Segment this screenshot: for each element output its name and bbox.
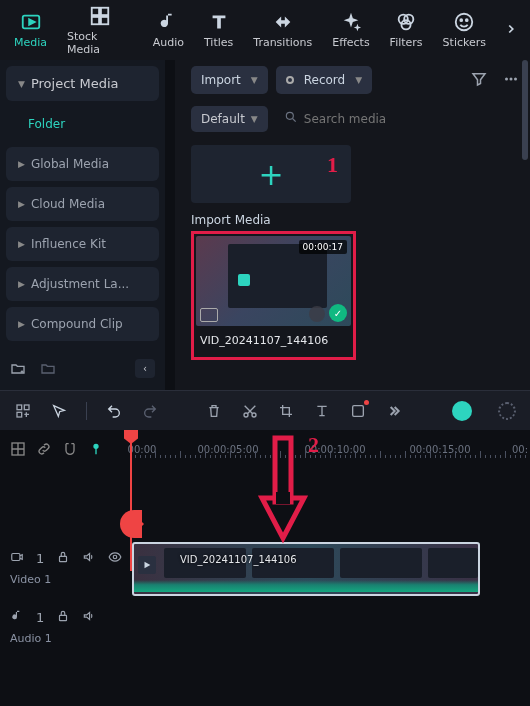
import-media-label: Import Media (191, 213, 520, 227)
timeline-ruler-row: 00:00 00:00:05:00 00:00:10:00 00:00:15:0… (0, 430, 530, 470)
sidebar-item-cloud-media[interactable]: ▶Cloud Media (6, 187, 159, 221)
tab-label: Effects (332, 36, 369, 49)
mute-icon[interactable] (82, 550, 96, 567)
tab-media[interactable]: Media (4, 5, 57, 55)
redo-icon[interactable] (141, 402, 159, 420)
keyframe-icon[interactable] (349, 402, 367, 420)
snap-icon[interactable] (62, 441, 78, 460)
svg-rect-18 (17, 412, 22, 417)
svg-rect-3 (101, 7, 108, 14)
delete-icon[interactable] (205, 402, 223, 420)
sidebar-project-media[interactable]: ▼ Project Media (6, 66, 159, 101)
tabs-scroll-right[interactable] (496, 14, 526, 47)
svg-marker-27 (145, 562, 151, 569)
track-audio-1: 1 Audio 1 (0, 602, 530, 652)
stickers-icon (453, 11, 475, 33)
import-dropdown[interactable]: Import ▼ (191, 66, 268, 94)
svg-rect-4 (92, 16, 99, 23)
tab-label: Stock Media (67, 30, 133, 56)
import-media-tile[interactable]: + (191, 145, 351, 203)
more-icon[interactable] (502, 70, 520, 91)
tab-effects[interactable]: Effects (322, 5, 379, 55)
svg-point-14 (514, 77, 517, 80)
tick-label: 00: (512, 444, 528, 455)
collapse-sidebar-button[interactable]: ‹ (135, 359, 155, 378)
svg-rect-21 (353, 405, 364, 416)
tab-titles[interactable]: Titles (194, 5, 243, 55)
tab-stock-media[interactable]: Stock Media (57, 0, 143, 62)
track-count: 1 (36, 551, 44, 566)
svg-point-12 (505, 77, 508, 80)
sidebar-item-compound-clip[interactable]: ▶Compound Clip (6, 307, 159, 341)
tick-label: 00:00:10:00 (304, 444, 365, 455)
search-box[interactable] (276, 104, 520, 133)
tab-audio[interactable]: Audio (143, 5, 194, 55)
sidebar: ▼ Project Media Folder ▶Global Media ▶Cl… (0, 60, 165, 390)
timeline-ruler[interactable]: 00:00 00:00:05:00 00:00:10:00 00:00:15:0… (130, 430, 530, 470)
scissors-icon[interactable] (241, 402, 259, 420)
sort-default-dropdown[interactable]: Default ▼ (191, 106, 268, 132)
svg-rect-2 (92, 7, 99, 14)
svg-marker-1 (29, 19, 35, 25)
media-item[interactable]: 00:00:17 ✓ VID_20241107_144106 (191, 231, 356, 360)
folder-icon[interactable] (40, 361, 56, 377)
text-icon[interactable] (313, 402, 331, 420)
sidebar-item-global-media[interactable]: ▶Global Media (6, 147, 159, 181)
record-dropdown[interactable]: Record ▼ (276, 66, 372, 94)
filters-icon (395, 11, 417, 33)
svg-point-26 (114, 555, 118, 559)
add-panel-icon[interactable] (14, 402, 32, 420)
scrollbar-vertical[interactable] (522, 60, 528, 160)
visibility-icon[interactable] (108, 550, 122, 567)
media-icon (20, 11, 42, 33)
chevron-right-icon: ▶ (18, 319, 25, 329)
render-preview-icon[interactable] (498, 402, 516, 420)
tab-label: Media (14, 36, 47, 49)
search-input[interactable] (304, 112, 512, 126)
svg-rect-17 (24, 405, 29, 410)
stock-media-icon (89, 5, 111, 27)
timeline-toolbar (0, 390, 530, 430)
sidebar-item-label: Adjustment La... (31, 277, 129, 291)
tab-stickers[interactable]: Stickers (433, 5, 496, 55)
svg-point-9 (456, 14, 473, 31)
sidebar-item-influence-kit[interactable]: ▶Influence Kit (6, 227, 159, 261)
video-clip[interactable]: VID_20241107_144106 (132, 542, 480, 596)
crop-icon[interactable] (277, 402, 295, 420)
chevron-right-icon: ▶ (18, 159, 25, 169)
tab-filters[interactable]: Filters (380, 5, 433, 55)
marker-icon[interactable] (88, 441, 104, 460)
chevron-down-icon: ▼ (18, 79, 25, 89)
ai-badge-icon[interactable] (452, 401, 472, 421)
record-label: Record (304, 73, 345, 87)
video-track-icon (10, 550, 24, 567)
new-folder-icon[interactable] (10, 361, 26, 377)
playhead płayhead[interactable] (130, 430, 132, 571)
effects-icon (340, 11, 362, 33)
svg-point-8 (402, 20, 411, 29)
more-tools-icon[interactable] (385, 402, 403, 420)
svg-rect-25 (60, 556, 67, 561)
info-icon[interactable] (309, 306, 325, 322)
lock-icon[interactable] (56, 609, 70, 626)
mute-icon[interactable] (82, 609, 96, 626)
lock-icon[interactable] (56, 550, 70, 567)
track-label: Video 1 (10, 573, 130, 586)
layout-icon[interactable] (10, 441, 26, 460)
link-icon[interactable] (36, 441, 52, 460)
tab-transitions[interactable]: Transitions (243, 5, 322, 55)
chevron-down-icon: ▼ (251, 75, 258, 85)
import-label: Import (201, 73, 241, 87)
undo-icon[interactable] (105, 402, 123, 420)
cursor-icon[interactable] (50, 402, 68, 420)
track-video-1: 1 Video 1 VID_20241107_144106 (0, 538, 530, 598)
media-item-name: VID_20241107_144106 (196, 326, 351, 355)
top-tab-bar: Media Stock Media Audio Titles Transitio… (0, 0, 530, 60)
sidebar-item-adjustment-layer[interactable]: ▶Adjustment La... (6, 267, 159, 301)
sidebar-folder[interactable]: Folder (6, 107, 159, 141)
svg-rect-5 (101, 16, 108, 23)
sidebar-header-label: Project Media (31, 76, 119, 91)
record-dot-icon (286, 76, 294, 84)
tab-label: Stickers (443, 36, 486, 49)
filter-icon[interactable] (470, 70, 488, 91)
